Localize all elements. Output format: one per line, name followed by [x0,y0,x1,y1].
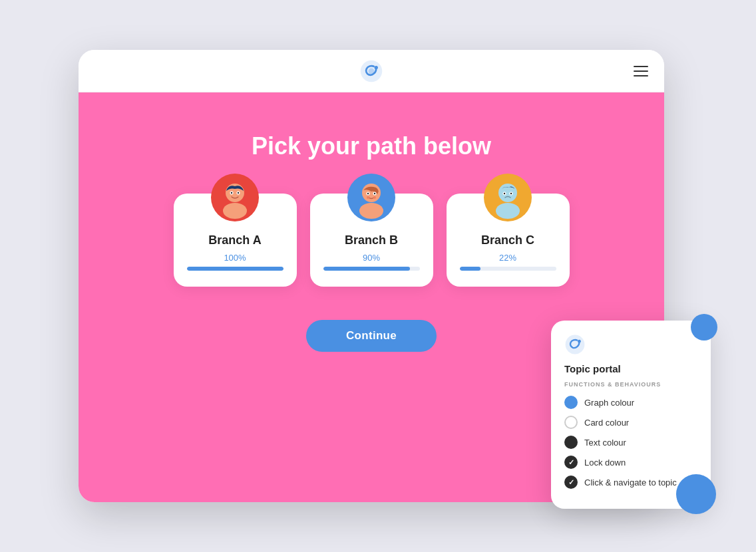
svg-point-17 [367,196,369,199]
popup-title: Topic portal [564,363,697,374]
branch-a-avatar [211,174,259,221]
graph-colour-label: Graph colour [584,398,634,408]
click-navigate-dot [564,476,578,489]
popup-logo [564,334,697,355]
popup-item-click-navigate: Click & navigate to topic [564,476,697,489]
svg-point-2 [369,68,375,74]
page-title: Pick your path below [252,132,491,160]
branch-b-label: Branch B [323,233,420,247]
text-colour-dot [564,436,578,449]
branch-c-progress-fill [460,267,481,271]
svg-point-20 [498,184,517,202]
branch-b-progress-fill [323,267,411,271]
branch-b-progress-bg [323,267,420,271]
branch-c-percent: 22% [460,253,556,263]
popup-item-graph-colour: Graph colour [564,396,697,409]
branch-c-info: Branch C 22% [460,233,556,271]
text-colour-label: Text colour [584,438,626,448]
branch-c-progress-bg [460,267,556,271]
branch-a-label: Branch A [187,233,284,247]
svg-point-5 [223,203,247,219]
branch-a-progress-fill [187,267,284,271]
svg-point-12 [359,203,383,219]
popup-item-card-colour: Card colour [564,416,697,429]
cards-container: Branch A 100% [174,194,570,287]
popup-section-label: Functions & Behaviours [564,381,697,388]
branch-a-progress-bg [187,267,284,271]
branch-b-percent: 90% [323,253,420,263]
popup-item-lock-down: Lock down [564,456,697,469]
logo [359,59,383,83]
card-colour-label: Card colour [584,418,629,428]
svg-point-9 [238,192,239,194]
branch-c-card[interactable]: Branch C 22% [447,194,570,287]
popup-panel: Topic portal Functions & Behaviours Grap… [551,321,711,509]
hamburger-icon[interactable] [634,66,648,76]
svg-point-1 [375,65,378,69]
branch-a-percent: 100% [187,253,284,263]
branch-b-card[interactable]: Branch B 90% [310,194,433,287]
branch-c-avatar [484,174,532,221]
svg-point-16 [374,193,375,194]
branch-b-info: Branch B 90% [323,233,420,271]
svg-point-18 [373,196,376,199]
branch-b-avatar [347,174,395,221]
click-navigate-label: Click & navigate to topic [584,478,677,487]
continue-button[interactable]: Continue [306,320,437,352]
svg-point-27 [578,340,581,343]
svg-point-15 [367,193,369,194]
lock-down-dot [564,456,578,469]
svg-point-8 [231,192,232,194]
lock-down-label: Lock down [584,458,626,468]
svg-point-21 [496,203,520,219]
popup-item-text-colour: Text colour [564,436,697,449]
svg-point-25 [510,193,512,194]
svg-point-24 [504,193,505,194]
graph-colour-dot [564,396,578,409]
svg-point-26 [566,335,585,354]
branch-c-label: Branch C [460,233,556,247]
browser-header [79,50,664,92]
card-colour-dot [564,416,578,429]
branch-a-card[interactable]: Branch A 100% [174,194,297,287]
branch-a-info: Branch A 100% [187,233,284,271]
